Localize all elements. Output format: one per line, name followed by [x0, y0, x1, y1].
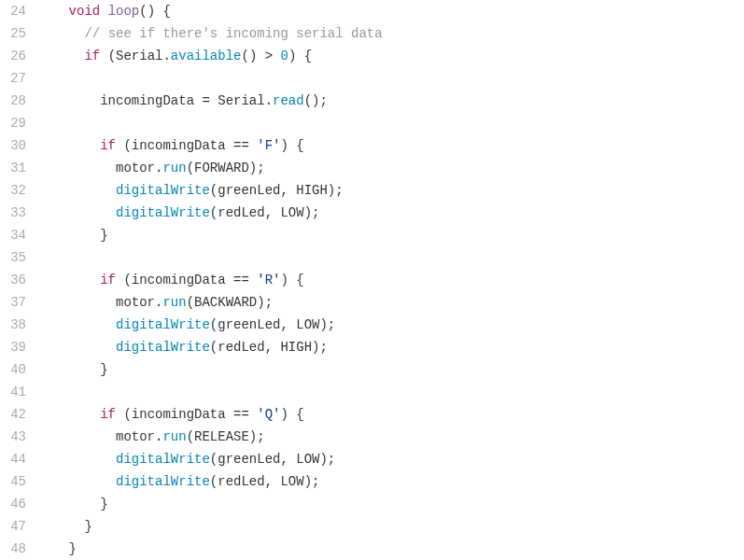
line-number: 27	[0, 67, 26, 90]
line-number: 30	[0, 134, 26, 157]
code-line: }	[37, 515, 744, 538]
code-line: digitalWrite(redLed, HIGH);	[37, 336, 744, 358]
line-number: 25	[0, 22, 26, 45]
line-number: 41	[0, 381, 26, 403]
code-line: }	[37, 358, 744, 381]
code-line: motor.run(RELEASE);	[37, 426, 744, 448]
code-line: if (Serial.available() > 0) {	[37, 45, 744, 67]
code-line: digitalWrite(greenLed, LOW);	[37, 448, 744, 470]
line-number: 46	[0, 493, 26, 515]
code-line	[37, 67, 744, 90]
code-line	[37, 112, 744, 134]
line-number: 40	[0, 358, 26, 381]
code-line: digitalWrite(redLed, LOW);	[37, 202, 744, 224]
line-number: 39	[0, 336, 26, 358]
line-number: 28	[0, 90, 26, 112]
line-number-gutter: 2425262728293031323334353637383940414243…	[0, 0, 37, 560]
line-number: 38	[0, 314, 26, 336]
code-line	[37, 381, 744, 403]
code-area: void loop() { // see if there's incoming…	[37, 0, 744, 560]
line-number: 32	[0, 179, 26, 202]
code-line: digitalWrite(redLed, LOW);	[37, 470, 744, 493]
code-block: 2425262728293031323334353637383940414243…	[0, 0, 744, 560]
code-line: motor.run(FORWARD);	[37, 157, 744, 179]
line-number: 29	[0, 112, 26, 134]
line-number: 31	[0, 157, 26, 179]
line-number: 47	[0, 515, 26, 538]
code-line: digitalWrite(greenLed, HIGH);	[37, 179, 744, 202]
line-number: 43	[0, 426, 26, 448]
code-line: incomingData = Serial.read();	[37, 90, 744, 112]
line-number: 34	[0, 224, 26, 246]
code-line: }	[37, 224, 744, 246]
code-line: }	[37, 493, 744, 515]
line-number: 24	[0, 0, 26, 22]
line-number: 45	[0, 470, 26, 493]
line-number: 48	[0, 538, 26, 560]
line-number: 37	[0, 291, 26, 314]
line-number: 26	[0, 45, 26, 67]
line-number: 36	[0, 269, 26, 291]
code-line: if (incomingData == 'Q') {	[37, 403, 744, 426]
line-number: 42	[0, 403, 26, 426]
code-line: if (incomingData == 'F') {	[37, 134, 744, 157]
line-number: 33	[0, 202, 26, 224]
code-line: void loop() {	[37, 0, 744, 22]
code-line: // see if there's incoming serial data	[37, 22, 744, 45]
code-line	[37, 246, 744, 269]
code-line: motor.run(BACKWARD);	[37, 291, 744, 314]
line-number: 35	[0, 246, 26, 269]
code-line: if (incomingData == 'R') {	[37, 269, 744, 291]
code-line: }	[37, 538, 744, 560]
code-line: digitalWrite(greenLed, LOW);	[37, 314, 744, 336]
line-number: 44	[0, 448, 26, 470]
